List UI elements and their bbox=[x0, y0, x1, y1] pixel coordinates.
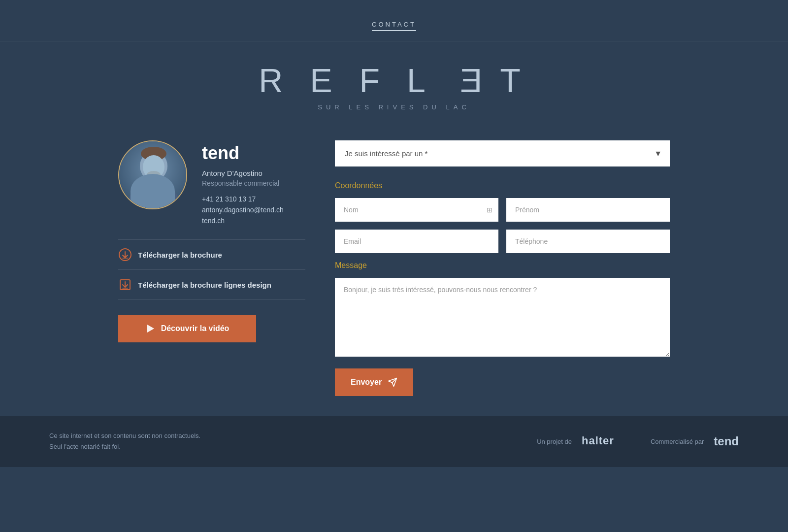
svg-marker-15 bbox=[147, 325, 154, 332]
message-textarea[interactable] bbox=[335, 278, 670, 357]
coordonnees-section: Coordonnées ⊞ bbox=[335, 181, 670, 253]
interest-select-wrapper: Je suis intéressé par un * ▼ bbox=[335, 140, 670, 166]
main-content: tend Antony D'Agostino Responsable comme… bbox=[98, 140, 690, 396]
footer-disclaimer: Ce site internet et son contenu sont non… bbox=[49, 431, 200, 452]
footer-tend-logo: tend bbox=[714, 434, 739, 448]
nom-input[interactable] bbox=[335, 198, 498, 222]
avatar-image bbox=[119, 141, 186, 208]
telephone-input[interactable] bbox=[506, 230, 670, 253]
download-icon-2 bbox=[118, 278, 132, 292]
download-brochure-label: Télécharger la brochure bbox=[138, 251, 222, 259]
svg-text:halter: halter bbox=[582, 434, 614, 447]
send-button-label: Envoyer bbox=[351, 378, 382, 387]
coordonnees-title: Coordonnées bbox=[335, 181, 670, 190]
play-icon bbox=[145, 324, 155, 333]
svg-point-4 bbox=[145, 185, 163, 204]
email-input[interactable] bbox=[335, 230, 498, 253]
agent-name: Antony D'Agostino bbox=[202, 169, 284, 177]
telephone-field bbox=[506, 230, 670, 253]
contact-card-icon: ⊞ bbox=[487, 206, 492, 214]
page-header: CONTACT bbox=[0, 0, 788, 41]
footer: Ce site internet et son contenu sont non… bbox=[0, 416, 788, 467]
contact-label: CONTACT bbox=[372, 21, 416, 31]
tend-logo: tend bbox=[202, 144, 284, 162]
halter-logo-svg: halter bbox=[582, 432, 631, 447]
footer-halter-logo: halter bbox=[582, 432, 631, 450]
svg-rect-2 bbox=[149, 178, 159, 186]
svg-point-7 bbox=[143, 155, 164, 179]
contact-row bbox=[335, 230, 670, 253]
agent-info: tend Antony D'Agostino Responsable comme… bbox=[202, 144, 284, 225]
prenom-field bbox=[506, 198, 670, 222]
video-button[interactable]: Découvrir la vidéo bbox=[118, 315, 256, 342]
right-panel: Je suis intéressé par un * ▼ Coordonnées… bbox=[335, 140, 670, 396]
disclaimer-line-1: Ce site internet et son contenu sont non… bbox=[49, 431, 200, 441]
agent-email: antony.dagostino@tend.ch bbox=[202, 206, 284, 214]
svg-point-8 bbox=[147, 171, 161, 179]
logo-title: R E F L E T bbox=[0, 61, 788, 100]
agent-section: tend Antony D'Agostino Responsable comme… bbox=[118, 140, 305, 225]
agent-contacts: +41 21 310 13 17 antony.dagostino@tend.c… bbox=[202, 195, 284, 225]
email-field bbox=[335, 230, 498, 253]
footer-commercial-label: Commercialisé par bbox=[651, 438, 704, 445]
message-section: Message bbox=[335, 261, 670, 359]
agent-phone: +41 21 310 13 17 bbox=[202, 195, 284, 203]
person-silhouette bbox=[119, 141, 186, 208]
footer-right: Un projet de halter Commercialisé par te… bbox=[537, 432, 739, 450]
logo-section: R E F L E T SUR LES RIVES DU LAC bbox=[0, 41, 788, 121]
name-row: ⊞ bbox=[335, 198, 670, 222]
agent-website: tend.ch bbox=[202, 217, 284, 225]
send-button[interactable]: Envoyer bbox=[335, 368, 413, 396]
interest-select[interactable]: Je suis intéressé par un * bbox=[335, 140, 670, 166]
svg-point-3 bbox=[129, 183, 178, 208]
download-design-link[interactable]: Télécharger la brochure lignes design bbox=[118, 269, 305, 300]
logo-reversed-e: E bbox=[451, 61, 482, 100]
video-button-label: Découvrir la vidéo bbox=[161, 324, 230, 333]
nom-field: ⊞ bbox=[335, 198, 498, 222]
avatar bbox=[118, 140, 187, 209]
left-panel: tend Antony D'Agostino Responsable comme… bbox=[118, 140, 305, 396]
agent-role: Responsable commercial bbox=[202, 179, 284, 187]
message-title: Message bbox=[335, 261, 670, 270]
prenom-input[interactable] bbox=[506, 198, 670, 222]
send-icon bbox=[388, 377, 397, 387]
logo-subtitle: SUR LES RIVES DU LAC bbox=[0, 103, 788, 111]
download-brochure-link[interactable]: Télécharger la brochure bbox=[118, 239, 305, 269]
download-design-label: Télécharger la brochure lignes design bbox=[138, 281, 271, 289]
footer-project-label: Un projet de bbox=[537, 438, 572, 445]
svg-marker-5 bbox=[149, 185, 159, 205]
download-icon-1 bbox=[118, 248, 132, 262]
disclaimer-line-2: Seul l'acte notarié fait foi. bbox=[49, 441, 200, 452]
